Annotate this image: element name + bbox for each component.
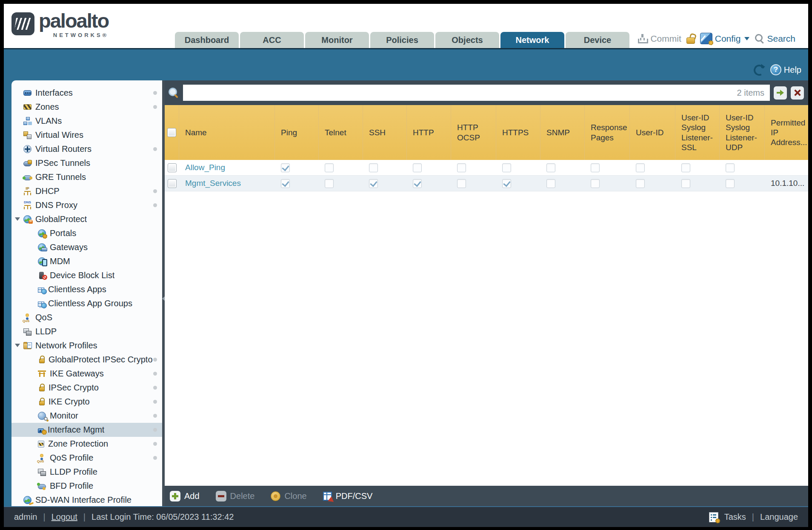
column-header-http[interactable]: HTTP xyxy=(407,105,451,160)
sidebar-item-clientless-app-groups[interactable]: Clientless App Groups xyxy=(11,296,162,311)
sidebar-item-gateways[interactable]: Gateways xyxy=(11,240,162,254)
sidebar-item-virtual-wires[interactable]: Virtual Wires xyxy=(11,128,162,142)
sidebar-item-dhcp[interactable]: DHCP xyxy=(11,184,162,198)
clone-button[interactable]: Clone xyxy=(271,491,306,501)
row-checkbox-snmp[interactable] xyxy=(546,163,555,172)
tab-acc[interactable]: ACC xyxy=(240,32,304,48)
tab-monitor[interactable]: Monitor xyxy=(305,32,369,48)
sidebar-item-portals[interactable]: Portals xyxy=(11,226,162,240)
row-name-link[interactable]: Mgmt_Services xyxy=(185,179,241,188)
commit-button[interactable]: Commit xyxy=(638,34,681,44)
sidebar-item-bfd-profile[interactable]: BFD Profile xyxy=(11,479,162,493)
row-checkbox-http_ocsp[interactable] xyxy=(457,179,466,188)
sidebar-item-dns-proxy[interactable]: DNS Proxy xyxy=(11,198,162,212)
row-checkbox-snmp[interactable] xyxy=(546,179,555,188)
sidebar-item-globalprotect-ipsec-crypto[interactable]: GlobalProtect IPSec Crypto xyxy=(11,353,162,367)
tab-policies[interactable]: Policies xyxy=(370,32,434,48)
sidebar-item-ike-gateways[interactable]: IKE Gateways xyxy=(11,367,162,381)
column-header-uid_syslog_ssl[interactable]: User-ID Syslog Listener-SSL xyxy=(675,105,720,160)
sidebar-item-interface-mgmt[interactable]: Interface Mgmt xyxy=(11,423,162,437)
row-checkbox-http_ocsp[interactable] xyxy=(457,163,466,172)
row-checkbox-user_id[interactable] xyxy=(636,179,645,188)
sidebar-item-device-block-list[interactable]: Device Block List xyxy=(11,268,162,282)
sidebar-item-monitor[interactable]: Monitor xyxy=(11,409,162,423)
row-checkbox-ssh[interactable] xyxy=(369,179,378,188)
sidebar-item-gre-tunnels[interactable]: GRE Tunnels xyxy=(11,170,162,184)
help-button[interactable]: Help xyxy=(770,64,801,75)
search-button[interactable]: Search xyxy=(755,34,795,44)
apply-filter-button[interactable] xyxy=(774,86,787,100)
tab-network[interactable]: Network xyxy=(500,32,564,48)
column-header-name[interactable]: Name xyxy=(179,105,275,160)
row-checkbox-telnet[interactable] xyxy=(325,163,334,172)
config-menu-button[interactable]: Config xyxy=(700,33,750,44)
select-all-checkbox[interactable] xyxy=(167,128,176,137)
row-checkbox-response_pages[interactable] xyxy=(591,179,600,188)
row-checkbox-response_pages[interactable] xyxy=(591,163,600,172)
sidebar-item-sd-wan-interface-profile[interactable]: SD-WAN Interface Profile xyxy=(11,493,162,506)
column-header-https[interactable]: HTTPS xyxy=(496,105,540,160)
sidebar-collapse-handle[interactable] xyxy=(160,292,166,305)
row-checkbox-uid_syslog_ssl[interactable] xyxy=(681,179,690,188)
row-checkbox-ping[interactable] xyxy=(281,179,290,188)
sidebar-item-zone-protection[interactable]: Zone Protection xyxy=(11,437,162,451)
row-checkbox-telnet[interactable] xyxy=(325,179,334,188)
column-header-ping[interactable]: Ping xyxy=(275,105,319,160)
column-header-permitted_ip[interactable]: Permitted IP Address... xyxy=(765,105,808,160)
expander-triangle-icon[interactable] xyxy=(15,344,20,347)
sidebar-item-network-profiles[interactable]: Network Profiles xyxy=(11,339,162,353)
clear-filter-button[interactable] xyxy=(791,86,804,100)
column-header-http_ocsp[interactable]: HTTP OCSP xyxy=(451,105,496,160)
sidebar-item-qos[interactable]: QoS xyxy=(11,311,162,325)
virtual-routers-icon xyxy=(23,145,31,153)
language-link[interactable]: Language xyxy=(760,512,798,522)
filter-input[interactable] xyxy=(183,85,737,101)
sidebar-item-clientless-apps[interactable]: Clientless Apps xyxy=(11,282,162,296)
row-checkbox-http[interactable] xyxy=(413,179,422,188)
column-header-ssh[interactable]: SSH xyxy=(363,105,407,160)
tab-objects[interactable]: Objects xyxy=(435,32,499,48)
delete-button[interactable]: Delete xyxy=(216,491,255,502)
row-checkbox-ping[interactable] xyxy=(281,163,290,172)
refresh-icon[interactable] xyxy=(753,64,764,75)
sidebar-item-label: Virtual Routers xyxy=(35,144,91,154)
expander-triangle-icon[interactable] xyxy=(15,217,20,221)
dhcp-icon xyxy=(23,187,31,195)
sidebar-item-label: Portals xyxy=(50,228,76,238)
sidebar-item-mdm[interactable]: MDM xyxy=(11,254,162,268)
row-select-checkbox[interactable] xyxy=(168,163,177,172)
sidebar-item-vlans[interactable]: VLANs xyxy=(11,114,162,128)
sidebar-item-zones[interactable]: Zones xyxy=(11,100,162,114)
lock-icon[interactable] xyxy=(686,37,695,44)
sidebar-item-ipsec-tunnels[interactable]: IPSec Tunnels xyxy=(11,156,162,170)
sidebar-item-virtual-routers[interactable]: Virtual Routers xyxy=(11,142,162,156)
row-checkbox-ssh[interactable] xyxy=(369,163,378,172)
column-header-response_pages[interactable]: Response Pages xyxy=(585,105,630,160)
sidebar-item-interfaces[interactable]: Interfaces xyxy=(11,86,162,100)
row-name-link[interactable]: Allow_Ping xyxy=(185,163,225,172)
column-header-snmp[interactable]: SNMP xyxy=(540,105,585,160)
tab-device[interactable]: Device xyxy=(566,32,629,48)
sidebar-item-globalprotect[interactable]: GlobalProtect xyxy=(11,212,162,226)
sidebar-item-ipsec-crypto[interactable]: IPSec Crypto xyxy=(11,381,162,395)
sidebar-item-qos-profile[interactable]: QoS Profile xyxy=(11,451,162,465)
sidebar-item-ike-crypto[interactable]: IKE Crypto xyxy=(11,395,162,409)
row-checkbox-https[interactable] xyxy=(502,163,511,172)
tasks-link[interactable]: Tasks xyxy=(724,512,746,522)
column-header-telnet[interactable]: Telnet xyxy=(319,105,363,160)
row-checkbox-uid_syslog_udp[interactable] xyxy=(726,163,735,172)
row-checkbox-uid_syslog_ssl[interactable] xyxy=(681,163,690,172)
sidebar-item-lldp-profile[interactable]: LLDP Profile xyxy=(11,465,162,479)
column-header-user_id[interactable]: User-ID xyxy=(630,105,675,160)
sidebar-item-lldp[interactable]: LLDP xyxy=(11,325,162,339)
row-select-checkbox[interactable] xyxy=(168,179,177,188)
row-checkbox-user_id[interactable] xyxy=(636,163,645,172)
logout-link[interactable]: Logout xyxy=(51,512,77,522)
column-header-uid_syslog_udp[interactable]: User-ID Syslog Listener-UDP xyxy=(720,105,765,160)
tab-dashboard[interactable]: Dashboard xyxy=(175,32,239,48)
row-checkbox-uid_syslog_udp[interactable] xyxy=(726,179,735,188)
add-button[interactable]: Add xyxy=(170,491,200,502)
row-checkbox-http[interactable] xyxy=(413,163,422,172)
row-checkbox-https[interactable] xyxy=(502,179,511,188)
pdf-csv-button[interactable]: PDF/CSV xyxy=(323,491,373,501)
